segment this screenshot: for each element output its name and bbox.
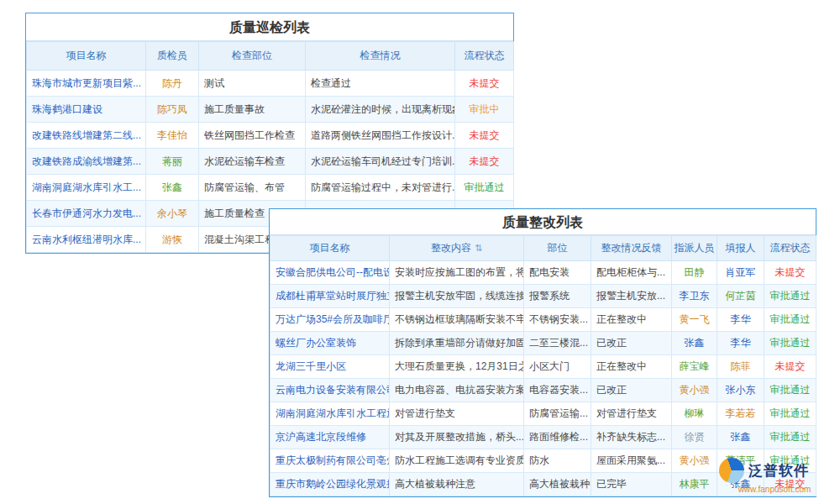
project-name-cell[interactable]: 改建铁路成渝线增建第...: [27, 149, 146, 175]
feedback-cell: 补齐缺失标志...: [591, 426, 672, 449]
part-cell: 防腐管运输...: [524, 402, 591, 426]
project-name-cell[interactable]: 云南电力设备安装有限公司20...: [270, 379, 390, 402]
project-name-cell[interactable]: 重庆市鹅岭公园绿化景观提升...: [270, 473, 390, 496]
project-name-cell[interactable]: 云南水利枢纽潜明水库...: [27, 227, 146, 253]
table-row[interactable]: 龙湖三千里小区大理石质量更换，12月31日之...小区大门正在整改中薛宝峰陈菲未…: [270, 355, 816, 379]
project-name-cell[interactable]: 长春市伊通河水力发电...: [27, 201, 146, 227]
part-cell: 防水: [524, 449, 591, 473]
rectify-content-cell: 对管进行垫支: [390, 402, 524, 426]
column-header-reporter: 填报人: [717, 236, 764, 261]
inspection-table-title: 质量巡检列表: [26, 13, 513, 41]
project-name-cell[interactable]: 螺丝厂办公室装饰: [270, 332, 390, 355]
part-cell: 不锈钢安装...: [524, 308, 591, 332]
table-row[interactable]: 湖南洞庭湖水库引水工...张鑫防腐管运输、布管防腐管运输过程中，未对管进行...…: [27, 175, 514, 201]
status-cell: 审批通过: [764, 285, 816, 308]
table-row[interactable]: 万达广场35#会所及咖啡厅空...不锈钢边框玻璃隔断安装不牢...不锈钢安装..…: [270, 308, 816, 332]
feedback-cell: 对管进行垫支: [591, 402, 672, 426]
inspection-situation-cell: 防腐管运输过程中，未对管进行...: [306, 175, 455, 201]
part-cell: 路面维修检...: [524, 426, 591, 449]
project-name-cell[interactable]: 万达广场35#会所及咖啡厅空...: [270, 308, 390, 332]
column-header-part: 检查部位: [199, 42, 306, 71]
rectification-table-title: 质量整改列表: [270, 209, 816, 235]
project-name-cell[interactable]: 湖南洞庭湖水库引水工程施工...: [270, 402, 390, 426]
table-row[interactable]: 改建铁路成渝线增建第...蒋丽水泥砼运输车检查水泥砼运输车司机经过专门培训...…: [27, 149, 514, 175]
status-cell: 审批通过: [764, 426, 816, 449]
status-cell: 审批中: [455, 97, 514, 123]
table-row[interactable]: 安徽合肥供电公司--配电设备...安装时应按施工图的布置，将...配电安装配电柜…: [270, 261, 816, 285]
rectify-content-cell: 安装时应按施工图的布置，将...: [390, 261, 524, 285]
status-cell: 未提交: [455, 149, 514, 175]
table-row[interactable]: 湖南洞庭湖水库引水工程施工...对管进行垫支防腐管运输...对管进行垫支柳琳李若…: [270, 402, 816, 426]
fanpu-logo-icon: [719, 458, 744, 483]
column-header-part: 部位: [524, 236, 591, 261]
project-name-cell[interactable]: 重庆太极制药有限公司亳州中...: [270, 449, 390, 473]
rectify-content-cell: 高大植被栽种注意: [390, 473, 524, 496]
inspector-cell: 余小琴: [146, 201, 199, 227]
reporter-cell: 李华: [717, 308, 764, 332]
table-row[interactable]: 云南电力设备安装有限公司20...电力电容器、电抗器安装方案...电容器安装..…: [270, 379, 816, 402]
inspector-cell: 陈丹: [146, 71, 199, 97]
rectify-content-cell: 报警主机安放牢固，线缆连接...: [390, 285, 524, 308]
feedback-cell: 正在整改中: [591, 355, 672, 379]
sort-icon[interactable]: ⇅: [475, 243, 482, 253]
inspector-cell: 蒋丽: [146, 149, 199, 175]
table-row[interactable]: 改建铁路线增建第二线...李佳怡铁丝网围挡工作检查道路两侧铁丝网围挡工作按设计.…: [27, 123, 514, 149]
assignee-cell: 林康平: [672, 473, 717, 496]
project-name-cell[interactable]: 安徽合肥供电公司--配电设备...: [270, 261, 390, 285]
reporter-cell: 李华: [717, 332, 764, 355]
logo-url-text: www.fanpusoft.com: [719, 485, 830, 494]
assignee-cell: 田静: [672, 261, 717, 285]
column-header-project: 项目名称: [27, 42, 146, 71]
inspection-part-cell: 防腐管运输、布管: [199, 175, 306, 201]
assignee-cell: 徐贤: [672, 426, 717, 449]
column-header-status: 流程状态: [455, 42, 514, 71]
inspection-situation-cell: 水泥砼运输车司机经过专门培训...: [306, 149, 455, 175]
table-row[interactable]: 成都杜甫草堂站时展厅独立展...报警主机安放牢固，线缆连接...报警系统报警主机…: [270, 285, 816, 308]
part-cell: 配电安装: [524, 261, 591, 285]
assignee-cell: 张鑫: [672, 332, 717, 355]
reporter-cell: 陈菲: [717, 355, 764, 379]
inspection-part-cell: 施工质量事故: [199, 97, 306, 123]
header-row: 项目名称质检员检查部位检查情况流程状态: [27, 42, 514, 71]
table-row[interactable]: 京沪高速北京段维修对其及开展整改措施，桥头...路面维修检...补齐缺失标志..…: [270, 426, 816, 449]
project-name-cell[interactable]: 珠海市城市更新项目紫...: [27, 71, 146, 97]
project-name-cell[interactable]: 京沪高速北京段维修: [270, 426, 390, 449]
reporter-cell: 张小东: [717, 379, 764, 402]
rectify-content-cell: 不锈钢边框玻璃隔断安装不牢...: [390, 308, 524, 332]
part-cell: 电容器安装...: [524, 379, 591, 402]
project-name-cell[interactable]: 龙湖三千里小区: [270, 355, 390, 379]
inspector-cell: 陈巧凤: [146, 97, 199, 123]
reporter-cell: 何芷茵: [717, 285, 764, 308]
column-header-status: 流程状态: [764, 236, 816, 261]
header-row: 项目名称整改内容⇅部位整改情况反馈指派人员填报人流程状态: [270, 236, 816, 261]
assignee-cell: 黄一飞: [672, 308, 717, 332]
rectify-content-cell: 防水工程施工选调有专业资质...: [390, 449, 524, 473]
feedback-cell: 已改正: [591, 332, 672, 355]
inspector-cell: 游恢: [146, 227, 199, 253]
feedback-cell: 正在整改中: [591, 308, 672, 332]
rectify-content-cell: 拆除到承重墙部分请做好加固...: [390, 332, 524, 355]
table-row[interactable]: 珠海鹤港口建设陈巧凤施工质量事故水泥砼灌注的时候，出现离析现象审批中: [27, 97, 514, 123]
inspection-situation-cell: 检查通过: [306, 71, 455, 97]
rectify-content-cell: 大理石质量更换，12月31日之...: [390, 355, 524, 379]
column-header-project: 项目名称: [270, 236, 390, 261]
inspection-situation-cell: 道路两侧铁丝网围挡工作按设计...: [306, 123, 455, 149]
project-name-cell[interactable]: 改建铁路线增建第二线...: [27, 123, 146, 149]
rectification-table-panel: 质量整改列表 项目名称整改内容⇅部位整改情况反馈指派人员填报人流程状态安徽合肥供…: [269, 208, 816, 497]
project-name-cell[interactable]: 成都杜甫草堂站时展厅独立展...: [270, 285, 390, 308]
fanpu-logo[interactable]: 泛普软件 www.fanpusoft.com: [719, 458, 830, 494]
table-row[interactable]: 螺丝厂办公室装饰拆除到承重墙部分请做好加固...二至三楼混...已改正张鑫李华审…: [270, 332, 816, 355]
inspection-part-cell: 铁丝网围挡工作检查: [199, 123, 306, 149]
project-name-cell[interactable]: 珠海鹤港口建设: [27, 97, 146, 123]
reporter-cell: 李若若: [717, 402, 764, 426]
column-header-content[interactable]: 整改内容⇅: [390, 236, 524, 261]
column-header-inspector: 质检员: [146, 42, 199, 71]
table-row[interactable]: 珠海市城市更新项目紫...陈丹测试检查通过未提交: [27, 71, 514, 97]
part-cell: 报警系统: [524, 285, 591, 308]
status-cell: 审批通过: [455, 175, 514, 201]
status-cell: 未提交: [455, 123, 514, 149]
inspection-situation-cell: 水泥砼灌注的时候，出现离析现象: [306, 97, 455, 123]
feedback-cell: 配电柜柜体与...: [591, 261, 672, 285]
inspection-part-cell: 水泥砼运输车检查: [199, 149, 306, 175]
project-name-cell[interactable]: 湖南洞庭湖水库引水工...: [27, 175, 146, 201]
